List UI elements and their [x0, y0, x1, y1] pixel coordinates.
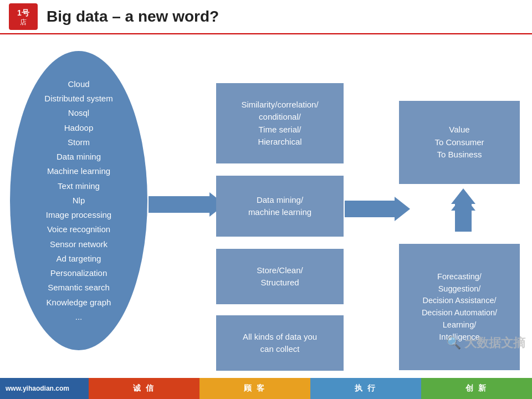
page-title: Big data – a new word? — [47, 8, 219, 25]
box-value: ValueTo ConsumerTo Business — [399, 101, 520, 184]
logo-icon: 1号 店 — [9, 3, 38, 30]
footer-bar: www.yihaodian.com 诚 信 顾 客 执 行 创 新 — [0, 378, 532, 399]
footer-seg4: 创 新 — [421, 378, 532, 399]
arrow-boxes-to-right — [345, 197, 410, 221]
svg-text:店: 店 — [20, 18, 27, 26]
box-similarity: Similarity/correlation/conditional/Time … — [216, 83, 344, 163]
box-forecasting-text: Forecasting/Suggestion/Decision Assistan… — [422, 271, 497, 344]
box-alldata: All kinds of data youcan collect — [216, 315, 344, 371]
footer-seg1: 诚 信 — [89, 378, 200, 399]
oval-text: Cloud Distributed system Nosql Hadoop St… — [44, 77, 112, 324]
arrow-oval-to-boxes — [149, 192, 225, 217]
arrow-up-visual — [451, 188, 475, 232]
box-store-text: Store/Clean/Structured — [257, 264, 303, 289]
box-alldata-text: All kinds of data youcan collect — [243, 331, 317, 356]
box-store: Store/Clean/Structured — [216, 249, 344, 304]
watermark: 🔍 大数据文摘 — [446, 335, 525, 351]
footer-url: www.yihaodian.com — [0, 378, 89, 399]
box-similarity-text: Similarity/correlation/conditional/Time … — [241, 99, 318, 149]
svg-text:1号: 1号 — [17, 8, 30, 17]
footer-seg3: 执 行 — [310, 378, 421, 399]
box-datamining-text: Data mining/machine learning — [248, 194, 311, 219]
footer-seg2: 顾 客 — [200, 378, 310, 399]
box-value-text: ValueTo ConsumerTo Business — [434, 124, 484, 161]
topics-oval: Cloud Distributed system Nosql Hadoop St… — [10, 51, 147, 350]
main-content: Cloud Distributed system Nosql Hadoop St… — [0, 34, 532, 378]
page-header: 1号 店 Big data – a new word? — [0, 0, 532, 34]
box-datamining: Data mining/machine learning — [216, 176, 344, 237]
